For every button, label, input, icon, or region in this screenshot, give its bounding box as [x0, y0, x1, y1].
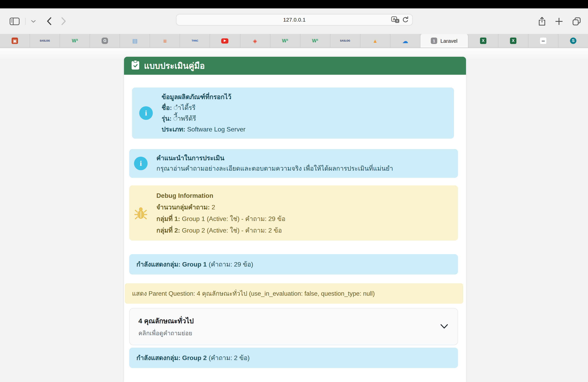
- laravel-logo-favicon: ◈: [253, 38, 257, 43]
- debug-info-box: Debug Information จำนวนกลุ่มคำถาม: 2 กลุ…: [129, 185, 458, 241]
- browser-tab[interactable]: W³: [60, 34, 90, 48]
- instructions-box: i คำแนะนำในการประเมิน กรุณาอ่านคำถามอย่า…: [129, 149, 458, 178]
- browser-tab-active[interactable]: 1Laravel: [420, 34, 468, 48]
- accordion-subtitle: คลิกเพื่อดูคำถามย่อย: [138, 328, 449, 338]
- instructions-body: กรุณาอ่านคำถามอย่างละเอียดและตอบตามความจ…: [156, 163, 393, 174]
- browser-tab[interactable]: ▲: [360, 34, 390, 48]
- g-logo-favicon: G: [102, 38, 108, 44]
- form-container: แบบประเมินคู่มือ i ข้อมูลผลิตภัณฑ์ที่กรอ…: [124, 57, 466, 382]
- browser-tab[interactable]: ▶: [210, 34, 240, 48]
- product-info-box: i ข้อมูลผลิตภัณฑ์ที่กรอกไว้ ชื่อ: ◌ำไดี้…: [132, 88, 454, 139]
- w3schools-logo-favicon: W³: [282, 38, 288, 43]
- document-logo-favicon: ▤: [132, 38, 137, 43]
- share-icon[interactable]: [538, 17, 546, 26]
- browser-tab[interactable]: W³: [300, 34, 330, 48]
- address-bar[interactable]: 127.0.0.1 A x: [176, 14, 413, 26]
- browser-tab[interactable]: G: [90, 34, 120, 48]
- bricks-logo-favicon: ≡: [163, 38, 167, 44]
- saslog-logo-favicon: SASLOG: [40, 39, 50, 42]
- browser-tab[interactable]: ▪▪▪: [528, 34, 558, 48]
- browser-tab[interactable]: THNC: [180, 34, 210, 48]
- page-title: แบบประเมินคู่มือ: [144, 59, 205, 72]
- more-tabs-logo-favicon: ▪▪▪: [540, 38, 546, 44]
- w3schools-logo-favicon: W³: [72, 38, 78, 43]
- debug-count-row: จำนวนกลุ่มคำถาม: 2: [156, 201, 285, 213]
- browser-tab[interactable]: ☁: [390, 34, 420, 48]
- tab-overview-icon[interactable]: [572, 17, 581, 25]
- new-tab-icon[interactable]: [555, 17, 563, 25]
- group2-banner: กำลังแสดงกลุ่ม: Group 2(คำถาม: 2 ข้อ): [129, 348, 458, 368]
- info-icon: i: [139, 106, 153, 120]
- browser-tab[interactable]: ▤: [120, 34, 150, 48]
- browser-tab[interactable]: SASLOG: [30, 34, 60, 48]
- svg-text:x: x: [396, 19, 398, 22]
- bug-icon: [134, 206, 147, 220]
- form-header: แบบประเมินคู่มือ: [124, 57, 466, 75]
- product-model-row: รุ่น: ◌ี้ำพรีด้รี: [162, 113, 245, 124]
- browser-tab[interactable]: X: [498, 34, 528, 48]
- browser-tab[interactable]: ◈: [240, 34, 270, 48]
- toolbar-divider: [25, 18, 26, 25]
- debug-title: Debug Information: [156, 190, 285, 201]
- browser-tab[interactable]: ▣: [0, 34, 30, 48]
- safari-window: 127.0.0.1 A x: [0, 0, 588, 382]
- forward-icon[interactable]: [61, 17, 66, 25]
- thnc-logo-favicon: THNC: [192, 39, 198, 42]
- accordion-title: 4 คุณลักษณะทั่วไป: [138, 315, 449, 326]
- sidebar-toggle-icon[interactable]: [10, 17, 20, 25]
- browser-tab[interactable]: ≡: [150, 34, 180, 48]
- browser-tab[interactable]: X: [468, 34, 498, 48]
- browser-tab[interactable]: S: [558, 34, 588, 48]
- squat-logo-favicon: ▣: [12, 38, 18, 44]
- debug-group-row: กลุ่มที่ 1: Group 1 (Active: ใช่) - คำถา…: [156, 213, 285, 225]
- parent-question-accordion[interactable]: 4 คุณลักษณะทั่วไป คลิกเพื่อดูคำถามย่อย: [129, 308, 458, 345]
- parent-question-banner: แสดง Parent Question: 4 คุณลักษณะทั่วไป …: [125, 283, 463, 304]
- w3schools-logo-favicon: W³: [312, 38, 318, 43]
- web-page: แบบประเมินคู่มือ i ข้อมูลผลิตภัณฑ์ที่กรอ…: [0, 48, 588, 382]
- product-name-row: ชื่อ: ◌ำไดี้รรี: [162, 102, 245, 113]
- reload-icon[interactable]: [402, 16, 409, 23]
- group1-banner: กำลังแสดงกลุ่ม: Group 1(คำถาม: 29 ข้อ): [129, 254, 458, 274]
- product-info-title: ข้อมูลผลิตภัณฑ์ที่กรอกไว้: [162, 92, 245, 102]
- chevron-down-icon[interactable]: [31, 20, 36, 22]
- instructions-title: คำแนะนำในการประเมิน: [156, 153, 393, 163]
- info-icon: i: [134, 157, 147, 170]
- browser-toolbar: 127.0.0.1 A x: [0, 8, 588, 34]
- browser-tab[interactable]: W³: [270, 34, 300, 48]
- clipboard-check-icon: [131, 60, 140, 72]
- back-icon[interactable]: [47, 17, 52, 25]
- svg-text:A: A: [393, 17, 395, 21]
- status-bar: [0, 0, 588, 8]
- browser-tab[interactable]: SASLOG: [330, 34, 360, 48]
- onedrive-logo-favicon: ☁: [402, 38, 408, 44]
- saslog-logo-favicon: SASLOG: [340, 39, 350, 42]
- phpmyadmin-logo-favicon: ▲: [373, 38, 378, 43]
- tab-count-badge: 1: [431, 38, 437, 44]
- tab-strip: ▣SASLOGW³G▤≡THNC▶◈W³W³SASLOG▲☁1LaravelXX…: [0, 34, 588, 48]
- youtube-logo-favicon: ▶: [221, 38, 229, 43]
- debug-group-row: กลุ่มที่ 2: Group 2 (Active: ใช่) - คำถา…: [156, 225, 285, 236]
- product-type-row: ประเภท: Software Log Server: [162, 124, 245, 135]
- url-text: 127.0.0.1: [283, 17, 306, 23]
- chevron-down-icon[interactable]: [441, 323, 448, 330]
- excel-logo-favicon: X: [510, 38, 516, 44]
- translate-icon[interactable]: A x: [391, 16, 399, 23]
- tab-label: Laravel: [441, 38, 457, 44]
- sharepoint-logo-favicon: S: [570, 38, 576, 44]
- excel-logo-favicon: X: [480, 38, 486, 44]
